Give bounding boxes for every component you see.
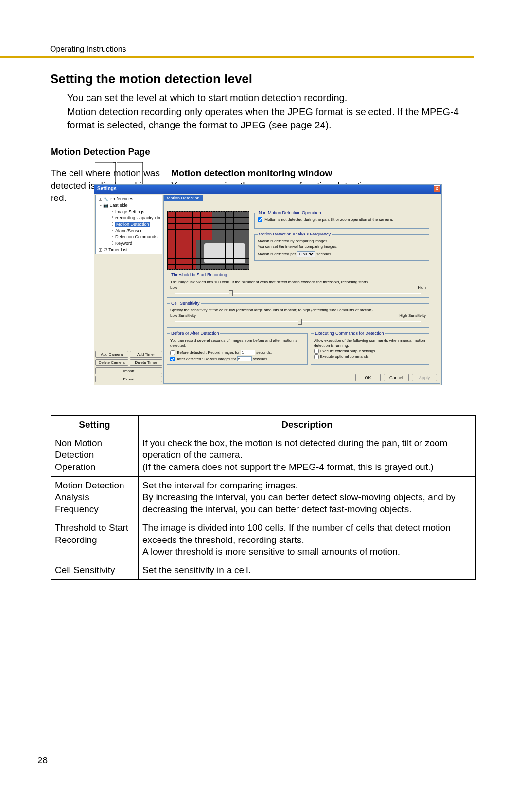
page-title: Setting the motion detection level — [0, 58, 525, 90]
before-label: Before detected : Record images for — [177, 350, 240, 355]
settings-window: Settings ✕ +🔧 Preferences −📷 East side ⋮… — [94, 184, 442, 385]
threshold-hint: The image is divided into 100 cells. If … — [170, 279, 426, 285]
threshold-slider-thumb[interactable] — [229, 290, 233, 296]
tree-buttons: Add Camera Add Timer Delete Camera Delet… — [95, 351, 162, 384]
page-number: 28 — [37, 755, 48, 766]
tree-timer-list[interactable]: +⏱ Timer List — [97, 247, 161, 253]
group-analysis-freq-legend: Motion Detection Analysis Frequency — [258, 232, 332, 236]
window-title: Settings — [97, 186, 116, 191]
before-seconds: seconds. — [256, 350, 272, 355]
callout-right-title: Motion detection monitoring window — [171, 167, 472, 180]
add-timer-button[interactable]: Add Timer — [130, 351, 163, 358]
settings-tree[interactable]: +🔧 Preferences −📷 East side ⋮Image Setti… — [95, 195, 162, 254]
add-camera-button[interactable]: Add Camera — [95, 351, 128, 358]
exec-cmd2-label: Execute optional commands. — [320, 354, 370, 359]
before-after-hint: You can record several seconds of images… — [170, 338, 304, 348]
exec-cmd2-checkbox[interactable] — [314, 354, 319, 359]
tree-detection-commands[interactable]: ⋮Detection Commands — [97, 234, 161, 240]
non-motion-checkbox[interactable] — [258, 217, 262, 222]
analysis-freq-line1: Motion is detected by comparing images. — [258, 238, 426, 244]
group-exec-cmds: Executing Commands for Detection Allow e… — [311, 331, 429, 365]
cell-sens-slider[interactable] — [175, 319, 421, 324]
tree-motion-detection[interactable]: ⋮Motion Detection — [97, 221, 161, 228]
analysis-freq-pre: Motion is detected per — [258, 252, 296, 256]
cancel-button[interactable]: Cancel — [384, 374, 409, 381]
import-button[interactable]: Import — [95, 367, 162, 374]
exec-cmds-hint: Allow execution of the following command… — [314, 338, 426, 348]
export-button[interactable]: Export — [95, 376, 162, 382]
group-cell-sensitivity: Cell Sensitivity Specify the sensitivity… — [167, 301, 429, 328]
group-before-after-legend: Before or After Detection — [170, 331, 220, 336]
tree-preferences[interactable]: +🔧 Preferences — [97, 196, 161, 202]
tab-motion-detection[interactable]: Motion Detection — [163, 195, 203, 201]
tree-east-side[interactable]: −📷 East side — [97, 202, 161, 209]
group-cell-sens-legend: Cell Sensitivity — [170, 301, 201, 306]
tree-keyword[interactable]: ⋮Keyword — [97, 240, 161, 247]
close-icon[interactable]: ✕ — [434, 185, 440, 192]
after-seconds: seconds. — [253, 357, 268, 361]
running-header: Operating Instructions — [0, 0, 474, 58]
table-row: Cell SensitivitySet the sensitivity in a… — [51, 561, 476, 579]
tree-image-settings[interactable]: ⋮Image Settings — [97, 209, 161, 215]
after-checkbox[interactable] — [170, 357, 175, 361]
table-row: Motion Detection Analysis FrequencySet t… — [51, 476, 476, 519]
ok-button[interactable]: OK — [355, 374, 381, 381]
group-analysis-freq: Motion Detection Analysis Frequency Moti… — [254, 232, 429, 261]
delete-timer-button[interactable]: Delete Timer — [130, 359, 163, 366]
exec-cmd1-label: Execute external output settings. — [320, 349, 376, 353]
section-motion-page: Motion Detection Page — [0, 132, 525, 157]
th-setting: Setting — [51, 416, 139, 434]
setting-cell: Cell Sensitivity — [51, 561, 139, 579]
exec-cmd1-checkbox[interactable] — [314, 349, 319, 354]
group-threshold: Threshold to Start Recording The image i… — [167, 272, 429, 298]
analysis-freq-select[interactable]: 0.50 — [297, 251, 315, 257]
group-exec-cmds-legend: Executing Commands for Detection — [314, 331, 385, 336]
description-cell: If you check the box, the motion is not … — [139, 434, 476, 476]
description-cell: Set the sensitivity in a cell. — [139, 561, 476, 579]
tree-alarm-sensor[interactable]: ⋮Alarm/Sensor — [97, 228, 161, 234]
before-value-input[interactable] — [241, 350, 255, 355]
threshold-slider[interactable] — [175, 291, 421, 296]
window-titlebar: Settings ✕ — [94, 185, 441, 194]
group-non-motion: Non Motion Detection Operation Motion is… — [254, 210, 429, 229]
description-cell: Set the interval for comparing images.By… — [139, 476, 476, 519]
analysis-freq-post: seconds. — [316, 252, 332, 256]
threshold-low-label: Low — [170, 285, 177, 290]
motion-detection-panel: Non Motion Detection Operation Motion is… — [163, 201, 440, 384]
setting-cell: Threshold to Start Recording — [51, 519, 139, 561]
group-before-after: Before or After Detection You can record… — [167, 331, 308, 365]
after-value-input[interactable] — [237, 356, 252, 361]
setting-cell: Motion Detection Analysis Frequency — [51, 476, 139, 519]
settings-description-table: Setting Description Non Motion Detection… — [51, 415, 476, 580]
group-threshold-legend: Threshold to Start Recording — [170, 272, 228, 277]
threshold-high-label: High — [418, 285, 426, 290]
cell-sens-slider-thumb[interactable] — [298, 319, 302, 325]
intro-para-1: You can set the level at which to start … — [0, 90, 525, 105]
th-description: Description — [139, 416, 476, 434]
group-non-motion-legend: Non Motion Detection Operation — [258, 210, 322, 215]
cell-sens-hint: Specify the sensitivity of the cells: lo… — [170, 307, 426, 313]
cell-sens-low-label: Low Sensitivity — [170, 313, 196, 318]
description-cell: The image is divided into 100 cells. If … — [139, 519, 476, 561]
table-row: Non Motion Detection OperationIf you che… — [51, 434, 476, 476]
motion-monitor-window[interactable] — [167, 211, 249, 270]
before-checkbox[interactable] — [170, 350, 175, 355]
after-label: After detected : Record images for — [177, 357, 236, 361]
intro-para-2: Motion detection recording only operates… — [0, 105, 525, 132]
analysis-freq-line2: You can set the interval for comparing i… — [258, 244, 426, 249]
table-row: Threshold to Start RecordingThe image is… — [51, 519, 476, 561]
apply-button[interactable]: Apply — [412, 374, 437, 381]
tree-rec-capacity[interactable]: ⋮Recording Capacity Limit — [97, 215, 161, 221]
delete-camera-button[interactable]: Delete Camera — [95, 359, 128, 366]
setting-cell: Non Motion Detection Operation — [51, 434, 139, 476]
non-motion-checkbox-label: Motion is not detected during the pan, t… — [264, 217, 393, 222]
cell-sens-high-label: High Sensitivity — [399, 313, 426, 318]
